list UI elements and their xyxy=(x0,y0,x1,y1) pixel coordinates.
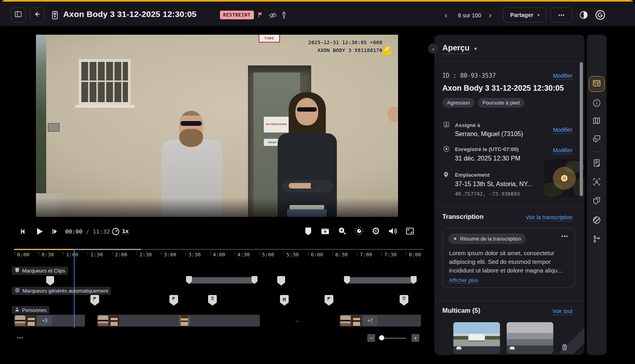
map-location-dot xyxy=(561,175,567,181)
clip-handle[interactable] xyxy=(186,276,192,284)
video-player-viewport[interactable]: TIME NO TRESPASSING POLICE 2025-12-31 12… xyxy=(36,35,398,217)
auto-marker-m-icon[interactable]: M xyxy=(280,295,289,306)
zoom-in-button[interactable] xyxy=(338,226,347,235)
bodycam-icon xyxy=(562,344,567,352)
toggle-sidebar-button[interactable] xyxy=(11,7,26,22)
transcription-summary-card: ✦ Résumé de la transcription ••• Lorem i… xyxy=(442,228,575,288)
axon-delta-watermark-icon xyxy=(380,43,393,57)
tick-mark xyxy=(137,252,137,255)
panel-view-selector[interactable]: Aperçu xyxy=(442,43,470,54)
tab-comments[interactable] xyxy=(592,135,601,144)
timeline-playhead[interactable] xyxy=(74,248,75,328)
share-button[interactable]: Partager ▾ xyxy=(503,7,547,22)
person-more-chip[interactable]: +7 xyxy=(363,315,378,326)
person-face-thumbnail[interactable] xyxy=(351,315,362,326)
more-actions-button[interactable]: ••• xyxy=(550,7,573,22)
volume-button[interactable] xyxy=(388,227,398,235)
auto-marker-flag-icon[interactable] xyxy=(169,295,178,306)
location-map-thumbnail[interactable] xyxy=(544,159,584,197)
edit-recorded-link[interactable]: Modifier xyxy=(553,147,573,154)
collapse-panel-button[interactable]: › xyxy=(428,43,438,54)
timeline-played-segment xyxy=(14,249,74,250)
auto-marker-flag-icon[interactable] xyxy=(90,295,99,306)
next-evidence-button[interactable]: › xyxy=(489,11,492,19)
tab-redaction[interactable] xyxy=(592,217,601,225)
tick-mark xyxy=(14,252,15,255)
clip-segment[interactable] xyxy=(347,277,414,284)
tab-overview[interactable] xyxy=(589,76,605,92)
timeline-zoom-in-button[interactable]: + xyxy=(411,334,419,342)
show-more-link[interactable]: Afficher plus xyxy=(449,277,478,284)
tab-info[interactable] xyxy=(592,99,601,108)
pin-icon[interactable] xyxy=(281,11,287,21)
clip-segment[interactable] xyxy=(189,277,255,284)
edit-id-link[interactable]: Modifier xyxy=(553,73,573,80)
tick-mark xyxy=(357,252,357,255)
multicam-thumbnail-dashcam-2[interactable] xyxy=(507,322,553,354)
tick-label: 6:30 xyxy=(335,252,348,258)
timeline-buffer-segment xyxy=(74,249,141,250)
prev-evidence-button[interactable]: ‹ xyxy=(445,11,447,19)
clip-handle[interactable] xyxy=(344,276,350,284)
back-button[interactable] xyxy=(30,7,45,22)
person-track-bar[interactable] xyxy=(97,315,181,327)
timeline-zoom-slider-handle[interactable] xyxy=(379,335,384,340)
person-face-thumbnail[interactable] xyxy=(340,315,351,326)
view-transcription-link[interactable]: Voir la transcription xyxy=(526,214,573,221)
chevron-down-icon[interactable]: ▾ xyxy=(474,46,477,52)
multicam-thumbnail-bodycam[interactable] xyxy=(560,322,584,354)
tab-face-detection[interactable] xyxy=(592,178,601,187)
edit-assignee-link[interactable]: Modifier xyxy=(553,127,573,134)
clip-marker[interactable] xyxy=(46,276,54,286)
panel-scrollbar[interactable] xyxy=(580,62,583,196)
person-track-bar[interactable]: +7 xyxy=(340,315,421,327)
summary-pill[interactable]: ✦ Résumé de la transcription xyxy=(448,233,526,244)
clip-handle[interactable] xyxy=(252,276,257,284)
chevron-down-icon: ▾ xyxy=(537,13,540,18)
person-face-thumbnail[interactable] xyxy=(15,315,25,326)
brightness-dial-icon[interactable] xyxy=(355,226,364,235)
tab-map[interactable] xyxy=(592,117,601,126)
tick-label: 5:00 xyxy=(262,252,274,258)
tab-evidence-shields[interactable] xyxy=(592,197,601,206)
panel-header: Aperçu ▾ xyxy=(442,43,477,54)
assigned-value: Serrano, Miguel (73105) xyxy=(455,131,523,138)
person-face-thumbnail[interactable] xyxy=(109,315,119,326)
branch-icon xyxy=(592,235,601,245)
eye-off-icon[interactable] xyxy=(269,12,277,21)
map-icon xyxy=(592,116,601,127)
step-forward-button[interactable] xyxy=(50,228,59,235)
location-coordinates: 40.757742, -73.938893 xyxy=(455,191,520,197)
play-button[interactable] xyxy=(34,226,44,237)
fullscreen-button[interactable] xyxy=(406,227,414,235)
playback-speed-button[interactable]: 1x xyxy=(122,228,129,235)
contrast-toggle-icon[interactable] xyxy=(579,10,588,21)
tag-pill[interactable]: Poursuite à pied xyxy=(478,98,524,108)
auto-marker-flag-icon[interactable] xyxy=(325,295,333,306)
step-backward-button[interactable] xyxy=(19,228,27,235)
person-face-thumbnail[interactable] xyxy=(26,315,36,326)
shield-icon xyxy=(15,267,20,274)
tag-pill[interactable]: Agression xyxy=(442,98,475,108)
add-marker-button[interactable] xyxy=(304,227,312,236)
person-more-chip[interactable]: +3 xyxy=(37,315,52,326)
create-clip-button[interactable] xyxy=(321,227,330,235)
clip-marker[interactable] xyxy=(277,276,285,286)
auto-marker-siren-icon[interactable] xyxy=(400,295,408,306)
view-all-multicam-link[interactable]: Voir tout xyxy=(552,308,573,315)
flag-icon[interactable] xyxy=(257,11,264,20)
summary-menu-button[interactable]: ••• xyxy=(561,233,568,239)
person-track-bar[interactable] xyxy=(178,315,260,327)
timeline-zoom-out-button[interactable]: − xyxy=(367,334,375,342)
tab-transcript[interactable] xyxy=(592,159,601,168)
clip-handle[interactable] xyxy=(411,276,417,284)
person-face-thumbnail[interactable] xyxy=(98,315,108,326)
settings-gear-icon[interactable]: ⚙ xyxy=(372,226,380,237)
summary-pill-label: Résumé de la transcription xyxy=(460,236,521,242)
person-face-thumbnail[interactable] xyxy=(179,315,190,326)
timeline-overflow-button[interactable]: … xyxy=(17,332,24,340)
playback-speed-gauge-icon[interactable] xyxy=(111,227,120,236)
auto-marker-siren-icon[interactable] xyxy=(208,295,217,306)
multicam-thumbnail-dashcam-1[interactable] xyxy=(453,322,500,354)
tab-relationships[interactable] xyxy=(592,235,601,244)
